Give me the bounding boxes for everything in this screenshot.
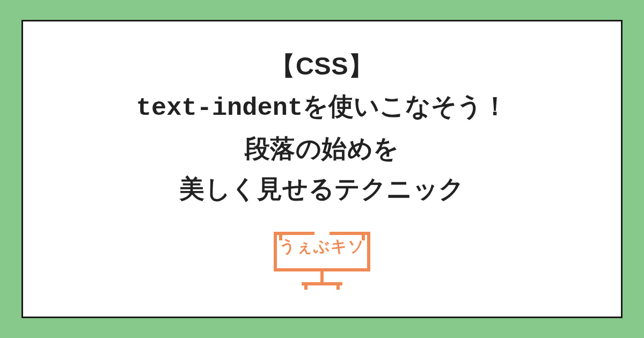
title-line-4: 美しく見せるテクニック bbox=[179, 174, 465, 203]
title-line-3: 段落の始めを bbox=[245, 134, 399, 163]
title-line-1: 【CSS】 bbox=[270, 52, 374, 80]
card: 【CSS】 text-indentを使いこなそう！ 段落の始めを 美しく見せるテ… bbox=[21, 20, 623, 318]
site-logo: うぇぶキソ bbox=[266, 228, 378, 292]
page-title: 【CSS】 text-indentを使いこなそう！ 段落の始めを 美しく見せるテ… bbox=[136, 46, 508, 209]
logo-text: うぇぶキソ bbox=[279, 236, 365, 258]
title-line-2: text-indentを使いこなそう！ bbox=[136, 94, 508, 122]
